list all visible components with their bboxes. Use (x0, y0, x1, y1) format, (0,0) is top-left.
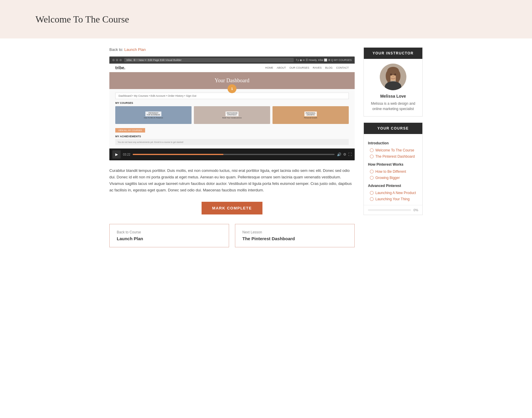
dashboard-title: Your Dashboard (215, 78, 249, 83)
lesson-item-welcome: ◯ Welcome To The Course (368, 147, 418, 153)
video-player: tribe. ⚙ + New ✏ Edit Page Edit Visual B… (109, 57, 355, 160)
lesson-item-growing-bigger: ◯ Growing Bigger (368, 175, 418, 181)
video-time: 03:22 (123, 153, 130, 156)
instructor-name: Melissa Love (369, 94, 418, 99)
instructor-avatar-svg (380, 64, 406, 90)
browser-dots (112, 59, 122, 61)
lesson-link-launching-your-thing[interactable]: Launching Your Thing (375, 197, 410, 201)
instructor-header: YOUR INSTRUCTOR (364, 48, 422, 59)
check-icon-pinterest-dashboard: ◯ (370, 154, 374, 159)
volume-icon[interactable]: 🔊 (337, 152, 341, 157)
play-button[interactable]: ▶ (112, 150, 121, 159)
courses-grid: PINTERESTFOR BUSINESS How To Win At Pint… (115, 106, 349, 124)
content-area: Back to: Launch Plan tribe. ⚙ + New ✏ Ed… (109, 47, 355, 247)
main-container: Back to: Launch Plan tribe. ⚙ + New ✏ Ed… (103, 38, 429, 256)
course-card-title-2: Build Your Instabusiness (222, 117, 241, 119)
progress-label: 0% (413, 208, 418, 212)
browser-nav-icons: f y ◉ in ☰ Howdy, tribe ⬜ ⚙ Q MY COURSES (296, 59, 352, 62)
svg-point-8 (390, 74, 392, 76)
course-card-title-3: Personal Growth (304, 117, 317, 119)
course-outline-card: YOUR COURSE Introduction ◯ Welcome To Th… (364, 122, 423, 215)
breadcrumb: Back to: Launch Plan (109, 47, 355, 52)
lesson-item-launching-your-thing: ◯ Launching Your Thing (368, 196, 418, 202)
nav-raves: RAVES (313, 66, 322, 69)
course-card-label-1: PINTERESTFOR BUSINESS (145, 112, 161, 116)
lesson-item-launching-new-product: ◯ Launching A New Product (368, 190, 418, 196)
course-card-label-2: INSTAGRAMSTRATEGY (226, 112, 239, 116)
lesson-link-launching-new-product[interactable]: Launching A New Product (375, 191, 416, 195)
lesson-link-pinterest-dashboard[interactable]: The Pinterest Dashboard (375, 154, 415, 159)
instructor-card: YOUR INSTRUCTOR (364, 47, 423, 117)
back-to-course-card[interactable]: Back to Course Launch Plan (109, 224, 229, 247)
next-lesson-card[interactable]: Next Lesson The Pinterest Dashboard (235, 224, 355, 247)
progress-bar-background (368, 209, 411, 211)
course-outline: Introduction ◯ Welcome To The Course ◯ T… (364, 134, 422, 205)
check-icon-launching-your-thing: ◯ (370, 197, 374, 201)
video-icons: 🔊 ⚙ ⛶ (337, 152, 352, 157)
lesson-item-pinterest-dashboard: ◯ The Pinterest Dashboard (368, 153, 418, 159)
header-banner: Welcome To The Course (0, 0, 532, 38)
browser-dot-green (119, 59, 122, 61)
video-progress-bar[interactable] (133, 154, 335, 155)
breadcrumb-prefix: Back to: (109, 47, 123, 52)
back-to-course-title: Launch Plan (117, 236, 222, 241)
check-icon-launching-new-product: ◯ (370, 191, 374, 195)
dashboard-banner: Your Dashboard 1 (109, 72, 355, 89)
check-icon-growing-bigger: ◯ (370, 175, 374, 180)
view-all-courses-button[interactable]: VIEW ALL MY COURSES (115, 128, 145, 133)
nav-courses: OUR COURSES (289, 66, 309, 69)
lesson-link-growing-bigger[interactable]: Growing Bigger (375, 176, 400, 180)
back-to-course-label: Back to Course (117, 230, 222, 234)
lesson-item-how-to-be-different: ◯ How to Be Different (368, 168, 418, 175)
my-courses-label: MY COURSES (115, 101, 349, 104)
nav-home: HOME (265, 66, 273, 69)
section-title-introduction: Introduction (368, 141, 418, 145)
page-title: Welcome To The Course (35, 14, 129, 25)
settings-icon[interactable]: ⚙ (343, 152, 346, 157)
progress-bar-container: 0% (364, 205, 422, 215)
nav-cards: Back to Course Launch Plan Next Lesson T… (109, 224, 355, 247)
achievements-bar: You do not have any achievements yet. En… (115, 139, 349, 145)
sidebar: YOUR INSTRUCTOR (364, 47, 423, 247)
svg-point-10 (392, 76, 394, 77)
instructor-avatar (380, 64, 406, 90)
section-title-advanced-pinterest: Advanced Pinterest (368, 184, 418, 188)
lesson-link-different[interactable]: How to Be Different (375, 170, 406, 174)
course-card-2: INSTAGRAMSTRATEGY Build Your Instabusine… (194, 106, 270, 124)
check-icon-welcome: ◯ (370, 148, 374, 152)
lesson-link-welcome[interactable]: Welcome To The Course (375, 148, 414, 152)
lesson-body: Curabitur blandit tempus porttitor. Duis… (109, 167, 355, 193)
site-logo: tribe. (115, 65, 125, 70)
dashboard-play-button[interactable]: 1 (228, 84, 236, 93)
nav-about: ABOUT (277, 66, 286, 69)
course-card-title-1: How To Win At Pinterest (144, 117, 163, 119)
instructor-bio: Melissa is a web design and online marke… (369, 101, 418, 112)
video-progress-fill (133, 154, 223, 155)
breadcrumb-link[interactable]: Launch Plan (124, 47, 146, 52)
course-card-1: PINTERESTFOR BUSINESS How To Win At Pint… (115, 106, 192, 124)
dashboard-content: Dashboard • My Courses • Edit Account • … (109, 89, 355, 149)
next-lesson-title: The Pinterest Dashboard (242, 236, 347, 241)
browser-address-bar: tribe. ⚙ + New ✏ Edit Page Edit Visual B… (124, 58, 294, 62)
browser-toolbar: tribe. ⚙ + New ✏ Edit Page Edit Visual B… (109, 57, 355, 64)
nav-contact: CONTACT (336, 66, 349, 69)
section-title-how-pinterest-works: How Pinterest Works (368, 162, 418, 167)
video-controls: ▶ 03:22 🔊 ⚙ ⛶ (109, 149, 355, 160)
site-topbar: tribe. HOME ABOUT OUR COURSES RAVES BLOG… (109, 64, 355, 72)
browser-dot-yellow (116, 59, 118, 61)
fullscreen-icon[interactable]: ⛶ (348, 152, 352, 157)
nav-blog: BLOG (325, 66, 332, 69)
instructor-body: Melissa Love Melissa is a web design and… (364, 59, 422, 116)
mark-complete-button[interactable]: MARK COMPLETE (202, 202, 262, 214)
course-card-3: PERSONALGROWTH Personal Growth (273, 106, 349, 124)
browser-dot-red (112, 59, 115, 61)
svg-point-9 (394, 74, 396, 76)
check-icon-different: ◯ (370, 169, 374, 174)
dashboard-tabs: Dashboard • My Courses • Edit Account • … (115, 93, 349, 99)
course-card-label-3: PERSONALGROWTH (304, 112, 317, 116)
browser-screenshot: tribe. ⚙ + New ✏ Edit Page Edit Visual B… (109, 57, 355, 149)
browser-nav-inner: tribe. HOME ABOUT OUR COURSES RAVES BLOG… (109, 64, 355, 149)
achievements-label: MY ACHIEVEMENTS (115, 135, 349, 138)
course-outline-header: YOUR COURSE (364, 123, 422, 134)
site-nav: HOME ABOUT OUR COURSES RAVES BLOG CONTAC… (265, 66, 349, 69)
